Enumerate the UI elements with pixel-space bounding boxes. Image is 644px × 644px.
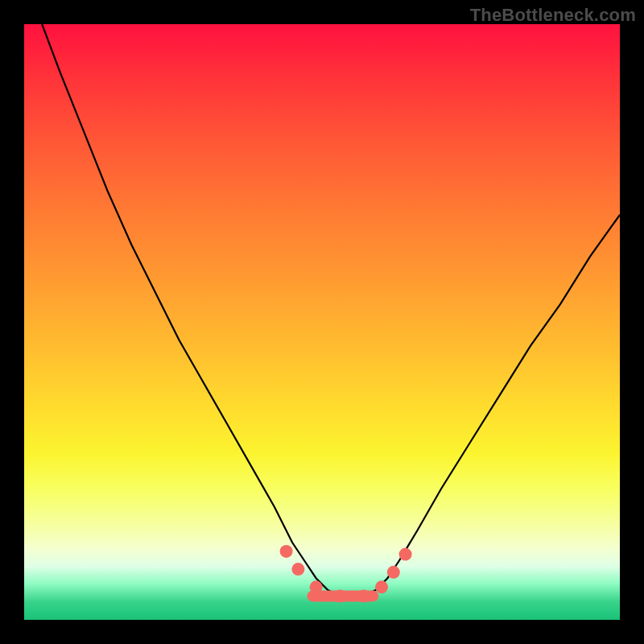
curve-layer (24, 24, 620, 620)
plot-area (24, 24, 620, 620)
highlight-dot (310, 580, 323, 593)
watermark-text: TheBottleneck.com (470, 5, 636, 26)
highlight-dot (387, 566, 400, 579)
highlight-dot (280, 545, 293, 558)
bottleneck-curve (42, 24, 620, 596)
highlight-dot (375, 580, 388, 593)
highlight-dot (357, 589, 370, 602)
highlight-dot (291, 563, 304, 576)
chart-frame: TheBottleneck.com (0, 0, 644, 644)
highlight-dot (399, 548, 412, 561)
highlight-dot (333, 589, 346, 602)
